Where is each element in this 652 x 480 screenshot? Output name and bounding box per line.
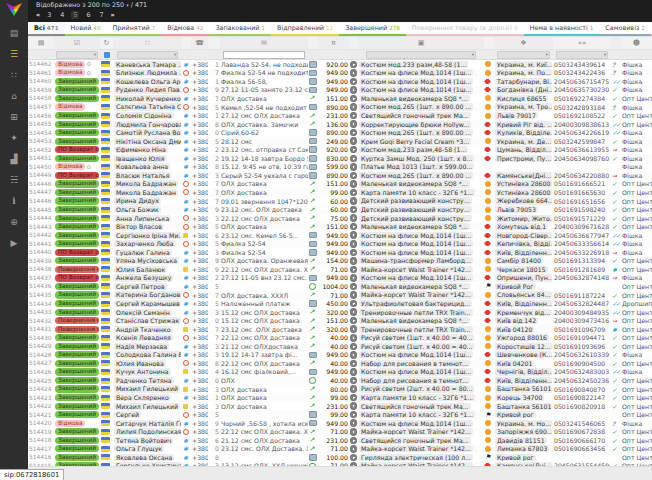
sync-column-header[interactable]: ↻ — [100, 37, 113, 49]
phone-column-header[interactable]: ☎ — [191, 37, 208, 49]
sidebar-item-video-icon[interactable]: ▶ — [0, 232, 28, 253]
table-row[interactable]: 514418 Завершений Тетяна Войтович +380..… — [28, 436, 652, 445]
count-column-header[interactable] — [208, 37, 220, 49]
client-column-header[interactable]: ∷ — [113, 37, 182, 49]
tab-8[interactable]: Нема в наявності 1 — [524, 22, 600, 36]
table-row[interactable]: 514452 ПО Возврат ск... Єфименко Ніна +3… — [28, 145, 652, 154]
table-row[interactable]: 514460 Завершений Кошелева Ольга Ар... +… — [28, 77, 652, 86]
tab-0[interactable]: Всі 471 — [28, 22, 65, 36]
table-row[interactable]: 514443 Завершений Віктор Власов +380... … — [28, 222, 652, 231]
table-row[interactable]: 514450 Відмова⊙ Ковальова анна +380... 8… — [28, 163, 652, 172]
last-page-button[interactable]: » — [111, 11, 115, 19]
sync-filter-icon[interactable] — [104, 52, 110, 58]
status-column-header[interactable]: ☑ — [54, 37, 100, 49]
sidebar-item-globe-icon[interactable]: ⊕ — [0, 211, 28, 232]
table-row[interactable]: 514437 ПО Возврат ск... Анжела Безушку +… — [28, 274, 652, 283]
table-row[interactable]: 514422 Завершений Михаил Гилецький +380.… — [28, 402, 652, 411]
page-button-4[interactable]: 4 — [58, 11, 66, 19]
column-filter-dropdown[interactable]: ▾ — [497, 51, 550, 59]
tab-4[interactable]: Запакований 1 — [209, 22, 271, 36]
table-row[interactable]: 514448 Завершений Микола Бадражан +380..… — [28, 180, 652, 189]
table-row[interactable]: 514427 Завершений Юлия Иванова +380... 8… — [28, 359, 652, 368]
table-row[interactable]: 514417 Завершений Ольга Глущук +380... 0… — [28, 445, 652, 454]
product-icon-column-header[interactable] — [349, 37, 358, 49]
table-row[interactable]: 514459 Завершений Руденко Лидия Пав... +… — [28, 86, 652, 95]
table-row[interactable]: 514435 Завершений Катерина Богданова +38… — [28, 291, 652, 300]
chevron-down-icon[interactable]: ▾ — [126, 2, 129, 8]
table-row[interactable]: 514419 Завершений Лилия Подолинская +380… — [28, 428, 652, 437]
first-page-button[interactable]: « — [36, 11, 40, 19]
table-row[interactable]: 514442 Завершений Сергіюнко Іріна Ми... … — [28, 231, 652, 240]
table-row[interactable]: 514446 Завершений Ирина Дидух +380... 7 … — [28, 197, 652, 206]
table-row[interactable]: 514454 Завершений Самотій Руслана Во... … — [28, 128, 652, 137]
tab-5[interactable]: Відправлений 12 — [271, 22, 339, 36]
table-row[interactable]: 514457 Відмова Салєгина Татьяна С... +38… — [28, 103, 652, 112]
table-row[interactable]: 514438 Повернення (з... Юлия Баланюк +38… — [28, 265, 652, 274]
table-row[interactable]: 514426 Завершений Кучук Антонина +380...… — [28, 368, 652, 377]
table-row[interactable]: 514421 Завершений Сергей +380... 5 99.00… — [28, 410, 652, 419]
table-row[interactable]: 514462 Відмова⊙ Каневська Тамара ... +38… — [28, 60, 652, 69]
table-row[interactable]: 514416 Завершений Яковлева Оксана +380..… — [28, 453, 652, 462]
sidebar-item-orders-list-icon[interactable]: ☰ — [0, 43, 28, 64]
manager-column-header[interactable]: ☻ — [621, 37, 652, 49]
table-row[interactable]: 514436 Завершений Сергей Петров +380... … — [28, 282, 652, 291]
tracking-column-header[interactable]: «» — [553, 37, 611, 49]
comment-filter-input[interactable] — [223, 51, 304, 59]
carrier-column-header[interactable] — [484, 37, 494, 49]
table-row[interactable]: 514461 Відмова⊙ Близнюк Людмила ... +380… — [28, 69, 652, 78]
table-row[interactable]: 514430 Завершений Ксенія Левадняя +380..… — [28, 334, 652, 343]
sidebar-item-dashboard-icon[interactable]: ▤ — [0, 22, 28, 43]
tab-7[interactable]: Повернення товару (в дорозі) 0 — [406, 22, 524, 36]
table-row[interactable]: 514453 Завершений Нікітіна Оксана Дми...… — [28, 137, 652, 146]
table-row[interactable]: 514420 Відмова Ситарчук Наталія Гр... +3… — [28, 419, 652, 428]
table-row[interactable]: 514451 Завершений Іващенко Юлія +380... … — [28, 154, 652, 163]
app-logo-icon[interactable] — [6, 3, 22, 16]
product-column-header[interactable]: ▣ — [358, 37, 484, 49]
price-column-header[interactable]: ¤ — [318, 37, 349, 49]
messenger-column-header[interactable] — [182, 37, 191, 49]
payment-column-header[interactable] — [308, 37, 318, 49]
table-row[interactable]: 514423 Завершений Вера Скляренко +380...… — [28, 393, 652, 402]
table-row[interactable]: 514425 Завершений Радченко Тетяна +380..… — [28, 376, 652, 385]
page-button-5[interactable]: 5 — [71, 11, 79, 19]
column-filter-dropdown[interactable]: ▾ — [556, 51, 608, 59]
tab-6[interactable]: Завершений 278 — [339, 22, 406, 36]
page-button-6[interactable]: 6 — [84, 11, 92, 19]
id-column-header[interactable]: ▤ — [28, 37, 54, 49]
sidebar-item-announce-icon[interactable]: ✦ — [0, 127, 28, 148]
table-row[interactable]: 514428 Завершений Солодкова Галина В... … — [28, 351, 652, 360]
tab-2[interactable]: Прийнятий 7 — [106, 22, 161, 36]
column-filter-dropdown[interactable]: ▾ — [56, 51, 98, 59]
table-row[interactable]: 514456 Завершений Соломія Сідоніна +380.… — [28, 111, 652, 120]
city-column-header[interactable]: ❖ — [494, 37, 553, 49]
column-filter-dropdown[interactable]: ▾ — [366, 51, 476, 59]
sidebar-item-customers-icon[interactable]: ∷ — [0, 64, 28, 85]
comment-column-header[interactable]: ✉ — [220, 37, 308, 49]
page-button-7[interactable]: 7 — [97, 11, 105, 19]
table-row[interactable]: 514433 Завершений Олексій Семанін +380..… — [28, 308, 652, 317]
page-button-3[interactable]: 3 — [45, 11, 53, 19]
table-row[interactable]: 514424 Завершений Михаил Гилецький +380.… — [28, 385, 652, 394]
table-row[interactable]: 514445 Завершений Ольга Божик +380... 9 … — [28, 205, 652, 214]
table-row[interactable]: 514439 Завершений Уляна Мусіховська +380… — [28, 257, 652, 266]
sidebar-item-shop-icon[interactable]: ⌂ — [0, 85, 28, 106]
table-row[interactable]: 514432 Повернення (з... Станіслав Стрижа… — [28, 316, 652, 325]
column-filter-dropdown[interactable]: ▾ — [117, 51, 179, 59]
table-row[interactable]: 514444 Завершений Анна Липенська +380...… — [28, 214, 652, 223]
sidebar-item-stats-icon[interactable]: ▟ — [0, 148, 28, 169]
tracking-status-column-header[interactable] — [611, 37, 621, 49]
sidebar-item-info-icon[interactable]: ℹ — [0, 190, 28, 211]
table-row[interactable]: 514458 Завершений Николай Кучеренко +380… — [28, 94, 652, 103]
table-row[interactable]: 514455 Завершений Людмила Гончарова +380… — [28, 120, 652, 129]
sidebar-item-sliders-icon[interactable]: ☵ — [0, 169, 28, 190]
table-row[interactable]: 514431 Повернення (з... Андрій Ткаченко … — [28, 325, 652, 334]
tab-1[interactable]: Новий 48 — [65, 22, 107, 36]
table-row[interactable]: 514429 Завершений Надія Мерзаєва +380...… — [28, 342, 652, 351]
tab-3[interactable]: Відмова 42 — [161, 22, 209, 36]
table-row[interactable]: 514441 Завершений Захарченко Люба +380..… — [28, 239, 652, 248]
table-row[interactable]: 514440 ПО Возврат ск... Гуцалюк Галина +… — [28, 248, 652, 257]
table-row[interactable]: 514447 Завершений Микола Бадражан +380..… — [28, 188, 652, 197]
table-row[interactable]: 514434 Завершений Сергей Карамышев +380.… — [28, 299, 652, 308]
table-row[interactable]: 514449 ПО Возврат ск... Власюк Наталья +… — [28, 171, 652, 180]
sidebar-item-cart-icon[interactable]: ⊞ — [0, 106, 28, 127]
